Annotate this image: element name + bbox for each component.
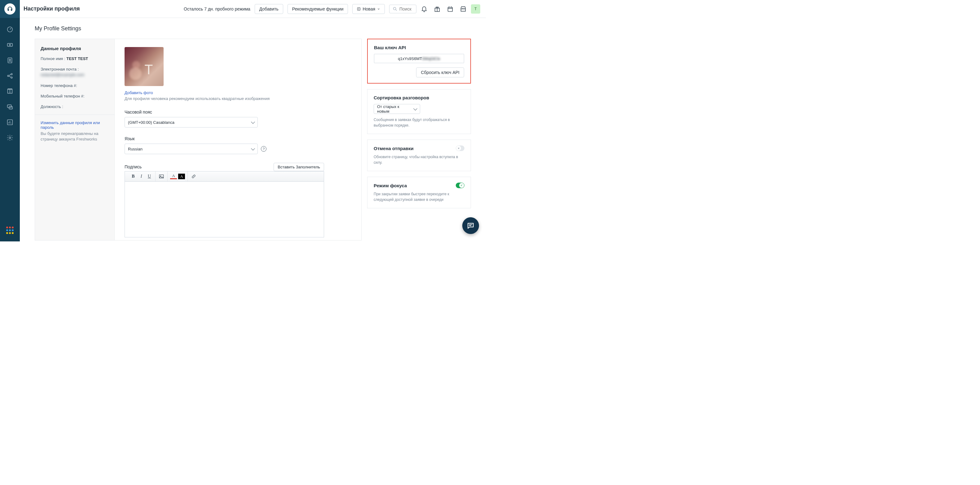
photo-hint: Для профиля человека рекомендуем использ… [124, 96, 352, 101]
settings-icon[interactable] [6, 134, 13, 141]
analytics-icon[interactable] [6, 119, 13, 126]
new-button[interactable]: Новая [352, 4, 385, 14]
language-label: Язык [124, 136, 352, 141]
sort-title: Сортировка разговоров [374, 95, 465, 100]
profile-data-heading: Данные профиля [41, 46, 109, 51]
search-input[interactable] [399, 6, 413, 11]
sort-select[interactable]: От старых к новым [374, 104, 420, 114]
language-select[interactable]: Russian [124, 144, 258, 154]
svg-rect-1 [8, 43, 13, 46]
email-row: Электронная почта : redacted@example.com [41, 67, 109, 78]
undo-send-card: Отмена отправки Обновите страницу, чтобы… [367, 139, 471, 171]
user-avatar[interactable]: T [471, 4, 480, 14]
search-box[interactable] [389, 5, 417, 13]
page-title: My Profile Settings [35, 25, 471, 32]
app-root: Настройки профиля Осталось 7 дн. пробног… [0, 0, 486, 241]
signature-group: Подпись Вставить Заполнитель B I U [124, 163, 352, 238]
recommended-features-button[interactable]: Рекомендуемые функции [288, 4, 348, 14]
undo-toggle[interactable] [456, 146, 465, 151]
add-button[interactable]: Добавить [255, 4, 283, 14]
plus-icon [357, 7, 361, 11]
edit-profile-hint: Вы будете перенаправлены на страницу акк… [41, 131, 109, 142]
profile-form-panel: T Добавить фото Для профиля человека рек… [115, 39, 361, 241]
left-sidebar [0, 0, 20, 241]
svg-point-13 [393, 7, 396, 10]
add-photo-link[interactable]: Добавить фото [124, 90, 352, 95]
reset-api-key-button[interactable]: Сбросить ключ API [416, 68, 464, 78]
focus-title: Режим фокуса [374, 183, 407, 188]
profile-layout: Данные профиля Полное имя : TEST TEST Эл… [35, 39, 471, 241]
app-logo[interactable] [0, 0, 20, 18]
api-key-title: Ваш ключ API [374, 45, 464, 50]
signature-label: Подпись [124, 164, 142, 169]
right-panel: Ваш ключ API q1xYs9S6MT0WqGlClx Сбросить… [367, 39, 471, 241]
marketplace-icon[interactable] [460, 6, 467, 13]
gift-icon[interactable] [434, 6, 441, 13]
main-region: Настройки профиля Осталось 7 дн. пробног… [20, 0, 486, 241]
svg-rect-15 [448, 7, 453, 11]
text-color-button[interactable]: A [169, 173, 178, 180]
profile-data-panel: Данные профиля Полное имя : TEST TEST Эл… [35, 39, 115, 241]
svg-point-11 [9, 137, 11, 139]
dashboard-icon[interactable] [6, 26, 13, 33]
bold-button[interactable]: B [129, 173, 137, 180]
scroll-gap [361, 39, 367, 241]
content: My Profile Settings Данные профиля Полно… [20, 18, 486, 241]
sidebar-nav [6, 26, 13, 141]
chevron-down-icon [377, 8, 380, 11]
topbar-icons [421, 6, 467, 13]
app-switcher[interactable] [6, 227, 14, 234]
undo-hint: Обновите страницу, чтобы настройка вступ… [374, 154, 465, 165]
edit-profile-link[interactable]: Изменить данные профиля или пароль [41, 120, 109, 130]
focus-mode-card: Режим фокуса При закрытии заявки быстрее… [367, 177, 471, 208]
tickets-icon[interactable] [6, 41, 13, 48]
profile-avatar: T [124, 47, 164, 86]
focus-toggle[interactable] [456, 182, 465, 188]
mobile-row: Мобильный телефон #: [41, 94, 109, 99]
trial-status: Осталось 7 дн. пробного режима [184, 6, 250, 11]
focus-hint: При закрытии заявки быстрее переходите к… [374, 191, 465, 203]
underline-button[interactable]: U [145, 173, 153, 180]
topbar: Настройки профиля Осталось 7 дн. пробног… [20, 0, 486, 18]
phone-row: Номер телефона #: [41, 83, 109, 89]
help-icon[interactable]: ? [261, 146, 266, 152]
full-name-row: Полное имя : TEST TEST [41, 56, 109, 62]
chat-fab[interactable] [462, 217, 479, 234]
chat-bubble-icon [467, 222, 475, 230]
language-group: Язык Russian ? [124, 136, 352, 154]
svg-rect-8 [8, 105, 11, 108]
image-button[interactable] [158, 173, 165, 180]
api-key-card: Ваш ключ API q1xYs9S6MT0WqGlClx Сбросить… [367, 39, 471, 84]
calendar-icon[interactable] [447, 6, 453, 13]
svg-point-4 [9, 59, 11, 61]
signature-editor[interactable] [124, 182, 324, 238]
italic-button[interactable]: I [137, 173, 145, 180]
timezone-group: Часовой пояс (GMT+00:00) Casablanca [124, 109, 352, 127]
bell-icon[interactable] [421, 6, 428, 13]
svg-point-2 [9, 44, 11, 46]
editor-toolbar: B I U A [124, 171, 324, 182]
insert-placeholder-button[interactable]: Вставить Заполнитель [274, 163, 324, 171]
sort-hint: Сообщения в заявках будут отображаться в… [374, 117, 465, 128]
link-button[interactable] [189, 173, 198, 180]
timezone-select[interactable]: (GMT+00:00) Casablanca [124, 117, 258, 127]
chat-icon[interactable] [6, 103, 13, 110]
sort-conversations-card: Сортировка разговоров От старых к новым … [367, 89, 471, 134]
timezone-label: Часовой пояс [124, 109, 352, 114]
topbar-title: Настройки профиля [24, 6, 80, 12]
contacts-icon[interactable] [6, 57, 13, 64]
headset-icon [7, 6, 13, 12]
api-key-field[interactable]: q1xYs9S6MT0WqGlClx [374, 54, 464, 63]
social-icon[interactable] [6, 73, 13, 79]
search-icon [393, 6, 398, 11]
bg-color-button[interactable]: A [178, 173, 186, 180]
solutions-icon[interactable] [6, 88, 13, 95]
undo-title: Отмена отправки [374, 146, 414, 151]
divider [35, 114, 115, 115]
position-row: Должность : [41, 104, 109, 109]
